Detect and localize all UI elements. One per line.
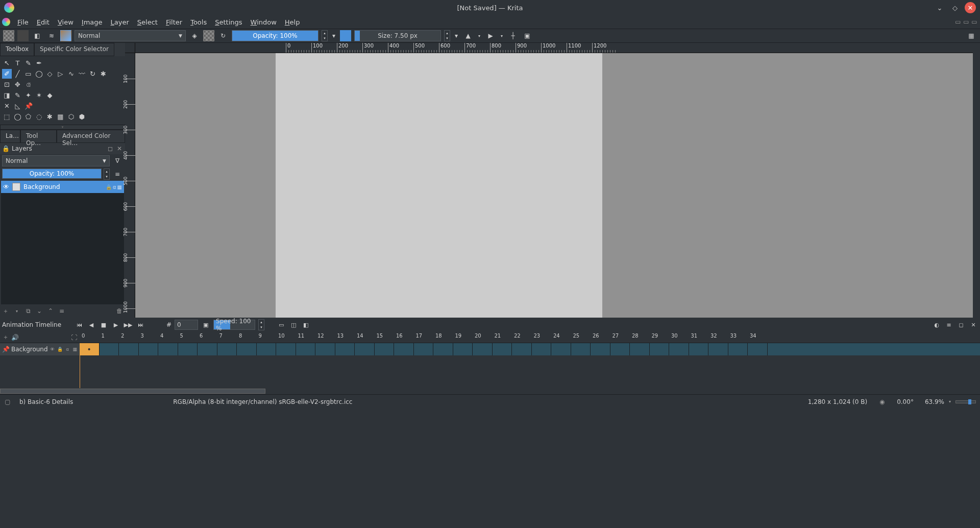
rect-select-tool-icon[interactable]: ⬚ (2, 112, 12, 122)
speed-spinner[interactable]: ▴▾ (258, 319, 264, 330)
dock-layout-icon[interactable]: ▭ (963, 18, 970, 26)
fill-tool-icon[interactable]: ◆ (45, 90, 55, 100)
layer-blend-mode-select[interactable]: Normal ▼ (2, 155, 110, 166)
frame-cell[interactable] (335, 343, 355, 355)
polyline-tool-icon[interactable]: ▷ (56, 69, 65, 79)
auto-key-icon[interactable]: ▭ (277, 320, 286, 329)
fg-transparent-icon[interactable] (3, 30, 14, 41)
frame-cell[interactable] (237, 343, 257, 355)
similar-select-tool-icon[interactable]: ▦ (56, 112, 65, 122)
layer-name[interactable]: Background (23, 183, 60, 190)
window-maximize-icon[interactable]: ◇ (949, 2, 961, 13)
frame-cell[interactable] (80, 343, 100, 355)
fg-bg-swap-icon[interactable]: ◧ (32, 30, 43, 41)
frame-cell[interactable] (355, 343, 375, 355)
close-docker-icon[interactable]: ✕ (969, 320, 978, 329)
preserve-alpha-icon[interactable] (203, 30, 214, 41)
lock-icon[interactable]: 🔒 (57, 346, 63, 353)
float-docker-icon[interactable]: ◻ (957, 320, 966, 329)
layer-alpha-icon[interactable]: α (113, 184, 116, 190)
menu-window[interactable]: Window (247, 16, 281, 28)
assist-tool-icon[interactable]: ✕ (2, 101, 12, 111)
stop-icon[interactable]: ■ (99, 320, 108, 329)
frame-cell[interactable] (493, 343, 512, 355)
text-tool-icon[interactable]: T (13, 58, 22, 68)
frame-cell[interactable] (551, 343, 571, 355)
audio-icon[interactable]: 🔊 (11, 334, 18, 341)
size-spinner[interactable]: ▴▾ (444, 30, 450, 41)
delete-layer-icon[interactable]: 🗑 (116, 307, 123, 315)
frame-cell[interactable] (296, 343, 316, 355)
frame-track[interactable] (80, 343, 980, 355)
frame-cell[interactable] (650, 343, 670, 355)
move-tool-icon[interactable]: ↖ (2, 58, 12, 68)
frame-cell[interactable] (512, 343, 532, 355)
eye-icon[interactable]: 👁 (50, 346, 55, 353)
frame-cell[interactable] (119, 343, 139, 355)
bezier-tool-icon[interactable]: ∿ (66, 69, 76, 79)
goto-last-frame-icon[interactable]: ⏭ (136, 320, 145, 329)
reference-tool-icon[interactable]: 📌 (23, 101, 33, 111)
next-frame-icon[interactable]: ▶▶ (124, 320, 133, 329)
foreground-color-swatch[interactable] (340, 30, 351, 41)
magnetic-select-tool-icon[interactable]: ⬢ (77, 112, 87, 122)
ellipse-tool-icon[interactable]: ◯ (34, 69, 44, 79)
status-zoom-control[interactable]: 63.9% ▾ (925, 398, 976, 405)
timeline-zoom-icon[interactable]: ⛶ (70, 334, 78, 341)
contiguous-select-tool-icon[interactable]: ✱ (45, 112, 55, 122)
menu-image[interactable]: Image (78, 16, 107, 28)
dynamic-brush-tool-icon[interactable]: ↻ (88, 69, 97, 79)
frame-cell[interactable] (630, 343, 650, 355)
add-timeline-layer-icon[interactable]: ＋ (2, 334, 9, 341)
onion-skin-icon[interactable]: ◫ (289, 320, 298, 329)
menu-view[interactable]: View (54, 16, 78, 28)
frame-cell[interactable] (433, 343, 453, 355)
calligraphy-tool-icon[interactable]: ✒ (34, 58, 44, 68)
goto-first-frame-icon[interactable]: ⏮ (75, 320, 84, 329)
freehand-path-tool-icon[interactable]: 〰 (77, 69, 87, 79)
add-layer-icon[interactable]: ＋ (2, 307, 9, 315)
menu-file[interactable]: File (13, 16, 33, 28)
mirror-horizontal-icon[interactable]: ▲ (462, 30, 474, 41)
select-visibility-icon[interactable]: ▢ (4, 398, 11, 405)
frame-cell[interactable] (689, 343, 709, 355)
current-frame-input[interactable]: 0 (175, 320, 198, 330)
brush-opacity-slider[interactable]: Opacity: 100% (232, 30, 318, 41)
brush-presets-icon[interactable]: ≋ (46, 30, 57, 41)
timeline-menu-icon[interactable]: ≡ (944, 320, 953, 329)
frame-cell[interactable] (178, 343, 198, 355)
menu-filter[interactable]: Filter (162, 16, 186, 28)
layer-inherit-icon[interactable]: ▦ (117, 184, 122, 190)
canvas-document[interactable] (276, 53, 602, 318)
frame-cell[interactable] (669, 343, 689, 355)
close-docker-icon[interactable]: ✕ (116, 145, 123, 152)
dock-drag-handle[interactable]: ▾ (0, 125, 125, 130)
scrollbar-thumb[interactable] (0, 389, 265, 394)
horizontal-ruler[interactable]: 0100200300400500600700800900100011001200 (135, 43, 973, 53)
layer-opacity-slider[interactable]: Opacity: 100% (2, 169, 102, 179)
frame-cell[interactable] (748, 343, 768, 355)
tab-specific-color[interactable]: Specific Color Selector (34, 43, 114, 56)
move-layer-tool-icon[interactable]: ✥ (13, 80, 22, 89)
polygon-tool-icon[interactable]: ◇ (45, 69, 55, 79)
dock-layout-icon[interactable]: ▭ (954, 18, 962, 26)
chevron-down-icon[interactable]: ▾ (13, 307, 20, 315)
canvas-viewport[interactable] (135, 53, 973, 318)
poly-select-tool-icon[interactable]: ⬠ (23, 112, 33, 122)
chevron-down-icon[interactable]: ▾ (499, 30, 504, 41)
reload-preset-icon[interactable]: ↻ (217, 30, 229, 41)
smart-patch-tool-icon[interactable]: ✶ (34, 90, 44, 100)
frame-cell[interactable] (532, 343, 552, 355)
size-dropdown-icon[interactable]: ▾ (453, 30, 459, 41)
freehand-brush-tool-icon[interactable]: ✐ (2, 69, 12, 79)
mirror-vertical-icon[interactable]: ▶ (485, 30, 496, 41)
dock-layout-icon[interactable]: ▭ (971, 18, 978, 26)
onion-settings-icon[interactable]: ◧ (301, 320, 310, 329)
pin-icon[interactable]: 📌 (2, 346, 9, 353)
measure-tool-icon[interactable]: ◺ (13, 101, 22, 111)
frame-cell[interactable] (453, 343, 473, 355)
brush-preview-icon[interactable] (60, 30, 71, 41)
transform-tool-icon[interactable]: ⊡ (2, 80, 12, 89)
timeline-settings-icon[interactable]: ◐ (932, 320, 941, 329)
frame-cell[interactable] (315, 343, 335, 355)
